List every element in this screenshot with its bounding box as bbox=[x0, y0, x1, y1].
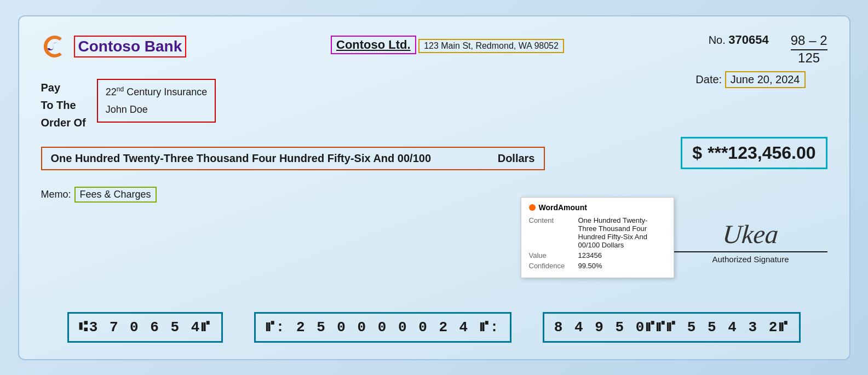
check-fraction: 98 – 2 125 bbox=[791, 33, 827, 66]
pay-label: Pay To The Order Of bbox=[41, 79, 86, 131]
micr-line: ⑆3 7 0 6 5 4⑈ ⑈: 2 5 0 0 0 0 0 2 4 ⑈: 8 … bbox=[19, 312, 849, 343]
check-no-label: No. 370654 bbox=[709, 34, 769, 46]
header-row: Contoso Bank Contoso Ltd. 123 Main St, R… bbox=[41, 33, 827, 66]
tooltip-dot-icon bbox=[529, 204, 536, 211]
check-number-area: No. 370654 98 – 2 125 bbox=[709, 33, 827, 66]
tooltip-confidence-label: Confidence bbox=[529, 262, 573, 270]
payee-line1: 22nd Century Insurance bbox=[106, 83, 207, 101]
micr-account-number: 8 4 9 5 0⑈⑈⑈ 5 5 4 3 2⑈ bbox=[543, 312, 801, 343]
memo-label: Memo: bbox=[41, 189, 71, 200]
tooltip-content-label: Content bbox=[529, 216, 573, 249]
word-amount-tooltip: WordAmount Content One Hundred Twenty-Th… bbox=[521, 197, 674, 278]
signature-line bbox=[674, 251, 827, 252]
check-document: Contoso Bank Contoso Ltd. 123 Main St, R… bbox=[18, 15, 850, 360]
logo-area: Contoso Bank bbox=[41, 33, 187, 60]
date-value: June 20, 2024 bbox=[725, 71, 806, 88]
company-info: Contoso Ltd. 123 Main St, Redmond, WA 98… bbox=[331, 36, 564, 54]
written-amount-box: One Hundred Twenty-Three Thousand Four H… bbox=[41, 147, 545, 170]
written-amount-text: One Hundred Twenty-Three Thousand Four H… bbox=[51, 152, 432, 165]
tooltip-value: 123456 bbox=[578, 251, 602, 259]
tooltip-content-row: Content One Hundred Twenty-Three Thousan… bbox=[529, 216, 666, 249]
memo-value: Fees & Charges bbox=[74, 187, 157, 203]
tooltip-value-label: Value bbox=[529, 251, 573, 259]
date-row: Date: June 20, 2024 bbox=[695, 71, 805, 88]
tooltip-confidence-value: 99.50% bbox=[578, 262, 602, 270]
micr-check-number: ⑆3 7 0 6 5 4⑈ bbox=[67, 312, 223, 343]
bank-name: Contoso Bank bbox=[74, 36, 187, 57]
signature-image: Ukea bbox=[721, 219, 779, 249]
tooltip-value-row: Value 123456 bbox=[529, 251, 666, 259]
bank-logo-icon bbox=[41, 33, 68, 60]
amount-box: $ ***123,456.00 bbox=[681, 137, 827, 169]
signature-label: Authorized Signature bbox=[674, 255, 827, 264]
tooltip-content-value: One Hundred Twenty-Three Thousand Four H… bbox=[578, 216, 666, 249]
dollars-label: Dollars bbox=[498, 152, 535, 165]
signature-area: Ukea Authorized Signature bbox=[674, 219, 827, 264]
date-label: Date: June 20, 2024 bbox=[695, 73, 805, 85]
tooltip-title: WordAmount bbox=[529, 203, 666, 212]
payee-box: 22nd Century Insurance John Doe bbox=[97, 79, 216, 123]
payee-line2: John Doe bbox=[106, 101, 207, 118]
company-address: 123 Main St, Redmond, WA 98052 bbox=[418, 39, 564, 53]
amount-value: ***123,456.00 bbox=[708, 143, 816, 163]
tooltip-confidence-row: Confidence 99.50% bbox=[529, 262, 666, 270]
company-name: Contoso Ltd. bbox=[331, 36, 416, 54]
micr-routing-number: ⑈: 2 5 0 0 0 0 0 2 4 ⑈: bbox=[254, 312, 512, 343]
check-number-value: 370654 bbox=[728, 33, 768, 47]
amount-dollar-sign: $ bbox=[692, 143, 702, 163]
memo-row: Memo: Fees & Charges bbox=[41, 187, 827, 203]
check-number: No. 370654 bbox=[709, 33, 769, 47]
